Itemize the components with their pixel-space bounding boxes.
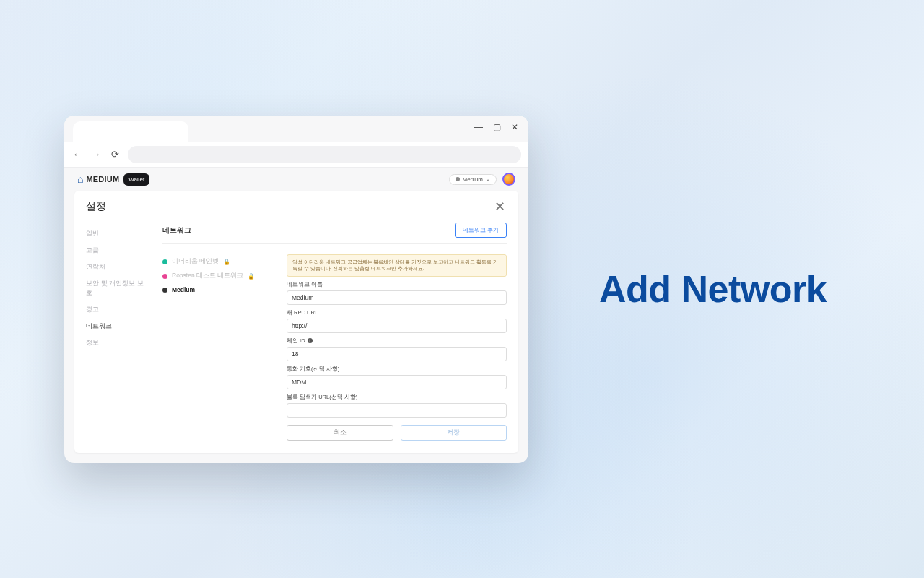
network-item-label: Medium	[172, 286, 195, 293]
brand: ⌂ MEDIUM Wallet	[77, 173, 149, 186]
home-icon: ⌂	[77, 173, 83, 185]
settings-card: 설정 ✕ 일반 고급 연락처 보안 및 개인정보 보호 경고 네트워크 정보 네…	[74, 191, 518, 453]
reload-icon[interactable]: ⟳	[109, 149, 121, 160]
wallet-badge: Wallet	[123, 173, 149, 186]
cancel-button[interactable]: 취소	[287, 425, 393, 441]
page-title: 설정	[86, 200, 106, 213]
symbol-label: 통화 기호(선택 사항)	[287, 366, 507, 373]
info-icon[interactable]: i	[308, 338, 313, 343]
sidebar-item-networks[interactable]: 네트워크	[86, 318, 149, 335]
network-selector[interactable]: Medium ⌄	[449, 174, 497, 185]
forward-icon[interactable]: →	[90, 149, 102, 160]
sidebar-item-general[interactable]: 일반	[86, 225, 149, 242]
hero-title: Add Network	[599, 267, 827, 311]
sidebar-item-security[interactable]: 보안 및 개인정보 보호	[86, 275, 149, 301]
browser-tab[interactable]	[73, 121, 188, 142]
network-selector-label: Medium	[463, 176, 483, 183]
network-item-medium[interactable]: Medium	[162, 283, 269, 296]
explorer-input[interactable]	[287, 403, 507, 418]
chain-id-label-text: 체인 ID	[287, 337, 305, 345]
sidebar-item-about[interactable]: 정보	[86, 335, 149, 351]
chain-id-input[interactable]	[287, 347, 507, 361]
network-dot-icon	[456, 177, 460, 181]
add-network-button[interactable]: 네트워크 추가	[455, 223, 507, 238]
network-item-label: Ropsten 테스트 네트워크	[172, 272, 243, 280]
browser-window: — ▢ ✕ ← → ⟳ ⌂ MEDIUM Wallet Medium ⌄ 설정 …	[64, 116, 528, 463]
wallet-header: ⌂ MEDIUM Wallet Medium ⌄	[64, 168, 528, 191]
sidebar-item-contacts[interactable]: 연락처	[86, 259, 149, 275]
brand-text: MEDIUM	[86, 175, 119, 184]
network-dot-icon	[162, 259, 167, 264]
explorer-label: 블록 탐색기 URL(선택 사항)	[287, 394, 507, 401]
rpc-url-input[interactable]	[287, 319, 507, 333]
network-form: 악성 이더리움 네트워크 공급업체는 블록체인 상태를 거짓으로 보고하고 네트…	[287, 254, 507, 441]
back-icon[interactable]: ←	[71, 149, 83, 160]
sidebar-item-advanced[interactable]: 고급	[86, 242, 149, 259]
symbol-input[interactable]	[287, 375, 507, 389]
tab-strip: — ▢ ✕	[64, 116, 528, 142]
close-icon[interactable]: ✕	[492, 199, 507, 214]
section-title: 네트워크	[162, 225, 191, 236]
chain-id-label: 체인 ID i	[287, 337, 507, 345]
rpc-url-label: 새 RPC URL	[287, 309, 507, 316]
avatar[interactable]	[502, 173, 515, 186]
minimize-icon[interactable]: —	[474, 123, 483, 131]
network-dot-icon	[162, 274, 167, 279]
network-list: 이더리움 메인넷 🔒 Ropsten 테스트 네트워크 🔒 Medium	[162, 254, 269, 441]
network-dot-icon	[162, 288, 167, 293]
lock-icon: 🔒	[223, 259, 230, 265]
url-input[interactable]	[128, 146, 521, 163]
network-item-mainnet[interactable]: 이더리움 메인넷 🔒	[162, 254, 269, 269]
lock-icon: 🔒	[248, 273, 255, 280]
maximize-icon[interactable]: ▢	[493, 123, 501, 131]
close-window-icon[interactable]: ✕	[511, 123, 518, 131]
sidebar-item-alerts[interactable]: 경고	[86, 301, 149, 318]
network-name-input[interactable]	[287, 290, 507, 305]
network-name-label: 네트워크 이름	[287, 281, 507, 288]
chevron-down-icon: ⌄	[486, 176, 490, 182]
warning-message: 악성 이더리움 네트워크 공급업체는 블록체인 상태를 거짓으로 보고하고 네트…	[287, 254, 507, 277]
address-bar: ← → ⟳	[64, 142, 528, 168]
settings-sidebar: 일반 고급 연락처 보안 및 개인정보 보호 경고 네트워크 정보	[86, 223, 149, 443]
network-item-label: 이더리움 메인넷	[172, 257, 219, 266]
main-column: 네트워크 네트워크 추가 이더리움 메인넷 🔒 Ropsten 테스트 네트워크	[162, 223, 507, 443]
network-item-ropsten[interactable]: Ropsten 테스트 네트워크 🔒	[162, 269, 269, 283]
save-button[interactable]: 저장	[401, 425, 507, 441]
